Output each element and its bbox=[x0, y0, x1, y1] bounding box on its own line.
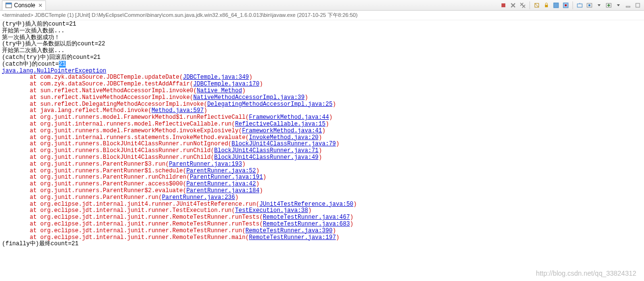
min-icon[interactable] bbox=[624, 1, 632, 10]
max-icon[interactable] bbox=[633, 1, 642, 10]
tab-title: Console bbox=[14, 2, 35, 9]
source-link[interactable]: ParentRunner.java:193 bbox=[169, 161, 242, 168]
remove-launch-icon[interactable] bbox=[509, 1, 517, 10]
source-link[interactable]: BlockJUnit4ClassRunner.java:49 bbox=[214, 154, 318, 161]
source-link[interactable]: Native Method bbox=[197, 87, 242, 94]
console-line: at org.junit.runners.BlockJUnit4ClassRun… bbox=[2, 141, 642, 148]
console-line: at org.junit.internal.runners.model.Refl… bbox=[2, 121, 642, 128]
console-line: at org.junit.runners.ParentRunner$3.run(… bbox=[2, 161, 642, 168]
source-link[interactable]: ParentRunner.java:184 bbox=[186, 187, 259, 194]
svg-rect-2 bbox=[501, 3, 505, 7]
display-icon[interactable] bbox=[575, 1, 584, 10]
source-link[interactable]: ParentRunner.java:191 bbox=[190, 174, 263, 181]
new-console-icon[interactable] bbox=[604, 1, 613, 10]
console-line: at org.junit.runners.ParentRunner.run(Pa… bbox=[2, 195, 642, 201]
console-line: (finally中)最终count=21 bbox=[2, 241, 642, 248]
trace-text: at org.eclipse.jdt.internal.junit.runner… bbox=[30, 221, 263, 227]
trace-text: at org.eclipse.jdt.internal.junit.runner… bbox=[30, 207, 235, 214]
open-icon[interactable] bbox=[585, 1, 594, 10]
trace-text: ) bbox=[318, 134, 322, 141]
source-link[interactable]: RemoteTestRunner.java:197 bbox=[249, 234, 336, 241]
trace-text: ) bbox=[204, 107, 207, 114]
source-link[interactable]: BlockJUnit4ClassRunner.java:71 bbox=[214, 147, 318, 154]
trace-text: at sun.reflect.NativeMethodAccessorImpl.… bbox=[30, 94, 193, 101]
svg-rect-4 bbox=[545, 5, 548, 7]
trace-text: at sun.reflect.NativeMethodAccessorImpl.… bbox=[30, 87, 197, 94]
source-link[interactable]: JDBCTemple.java:170 bbox=[193, 81, 259, 87]
console-line: at org.eclipse.jdt.internal.junit.runner… bbox=[2, 214, 642, 221]
source-link[interactable]: RemoteTestRunner.java:683 bbox=[263, 221, 350, 227]
console-line: at org.eclipse.jdt.internal.junit4.runne… bbox=[2, 201, 642, 208]
trace-text: at org.junit.runners.ParentRunner.run( bbox=[30, 194, 162, 201]
trace-text: ) bbox=[256, 168, 259, 174]
watermark: http://blog.csdn.net/qq_33824312 bbox=[536, 269, 636, 277]
source-link[interactable]: Method.java:597 bbox=[152, 107, 204, 114]
source-link[interactable]: RemoteTestRunner.java:390 bbox=[245, 227, 332, 234]
svg-rect-10 bbox=[588, 4, 590, 6]
trace-text: ) bbox=[249, 74, 252, 81]
source-link[interactable]: DelegatingMethodAccessorImpl.java:25 bbox=[207, 101, 332, 108]
trace-text: at org.eclipse.jdt.internal.junit4.runne… bbox=[30, 201, 259, 208]
toolbar-separator bbox=[530, 1, 530, 9]
trace-text: ) bbox=[332, 227, 336, 234]
close-icon[interactable]: ✕ bbox=[38, 2, 43, 9]
trace-text: ) bbox=[318, 147, 322, 154]
svg-rect-12 bbox=[626, 6, 630, 7]
svg-point-7 bbox=[565, 4, 567, 6]
console-line: (try中)插入一条数据以后的count=22 bbox=[2, 41, 642, 48]
trace-text: ) bbox=[350, 221, 353, 227]
trace-text: ) bbox=[332, 101, 336, 108]
clear-icon[interactable] bbox=[532, 1, 541, 10]
output-text: (catch中)的count= bbox=[2, 61, 59, 68]
trace-text: ) bbox=[305, 94, 308, 101]
source-link[interactable]: ReflectiveCallable.java:15 bbox=[235, 121, 325, 127]
pin-icon[interactable] bbox=[561, 1, 570, 10]
remove-all-icon[interactable] bbox=[518, 1, 527, 10]
trace-text: at org.junit.runners.ParentRunner$1.sche… bbox=[30, 168, 186, 174]
trace-text: at com.zyk.dataSource.JDBCTemple.updateD… bbox=[30, 74, 183, 81]
trace-text: ) bbox=[336, 234, 339, 241]
trace-text: ) bbox=[308, 207, 312, 214]
source-link[interactable]: ParentRunner.java:42 bbox=[186, 181, 256, 187]
source-link[interactable]: ParentRunner.java:52 bbox=[186, 168, 256, 174]
trace-text: ) bbox=[329, 114, 332, 121]
scroll-lock-icon[interactable] bbox=[542, 1, 551, 10]
trace-text: at org.junit.runners.BlockJUnit4ClassRun… bbox=[30, 140, 232, 147]
source-link[interactable]: ParentRunner.java:236 bbox=[162, 194, 235, 201]
svg-rect-5 bbox=[554, 3, 558, 8]
svg-rect-8 bbox=[577, 4, 582, 7]
source-link[interactable]: FrameworkMethod.java:44 bbox=[249, 114, 329, 121]
dropdown-icon[interactable] bbox=[614, 1, 623, 10]
source-link[interactable]: TestExecution.java:38 bbox=[235, 207, 308, 214]
source-link[interactable]: JDBCTemple.java:349 bbox=[183, 74, 249, 81]
exception-link[interactable]: java.lang.NullPointerException bbox=[2, 68, 106, 74]
console-line: (try中)插入前的count=21 bbox=[2, 21, 642, 28]
source-link[interactable]: InvokeMethod.java:20 bbox=[249, 134, 318, 141]
svg-rect-13 bbox=[636, 3, 640, 7]
console-line: at org.junit.runners.model.FrameworkMeth… bbox=[2, 128, 642, 135]
trace-text: at org.junit.runners.BlockJUnit4ClassRun… bbox=[30, 147, 215, 154]
console-icon bbox=[5, 2, 12, 9]
console-line: at org.junit.runners.ParentRunner$1.sche… bbox=[2, 168, 642, 175]
trace-text: at org.junit.runners.ParentRunner$2.eval… bbox=[30, 187, 186, 194]
source-link[interactable]: BlockJUnit4ClassRunner.java:79 bbox=[231, 140, 336, 147]
console-line: 开始第二次插入数据... bbox=[2, 48, 642, 55]
trace-text: ) bbox=[235, 194, 239, 201]
dropdown-icon[interactable] bbox=[595, 1, 603, 10]
word-wrap-icon[interactable] bbox=[552, 1, 560, 10]
console-line: at org.junit.runners.BlockJUnit4ClassRun… bbox=[2, 155, 642, 161]
console-line: at org.eclipse.jdt.internal.junit.runner… bbox=[2, 208, 642, 214]
console-line: at org.eclipse.jdt.internal.junit.runner… bbox=[2, 235, 642, 241]
console-tab[interactable]: Console ✕ bbox=[2, 0, 46, 10]
source-link[interactable]: JUnit4TestReference.java:50 bbox=[259, 201, 353, 208]
svg-rect-1 bbox=[6, 3, 12, 4]
source-link[interactable]: NativeMethodAccessorImpl.java:39 bbox=[193, 94, 304, 101]
source-link[interactable]: FrameworkMethod.java:41 bbox=[242, 127, 322, 134]
trace-text: at org.eclipse.jdt.internal.junit.runner… bbox=[30, 234, 249, 241]
trace-text: ) bbox=[259, 81, 263, 87]
trace-text: at org.junit.runners.ParentRunner.access… bbox=[30, 181, 186, 187]
source-link[interactable]: RemoteTestRunner.java:467 bbox=[263, 214, 350, 221]
console-output[interactable]: (try中)插入前的count=21开始第一次插入数据...第一次插入数据成功！… bbox=[0, 20, 644, 280]
trace-text: at org.junit.runners.model.FrameworkMeth… bbox=[30, 114, 249, 121]
terminate-icon[interactable] bbox=[499, 1, 508, 10]
